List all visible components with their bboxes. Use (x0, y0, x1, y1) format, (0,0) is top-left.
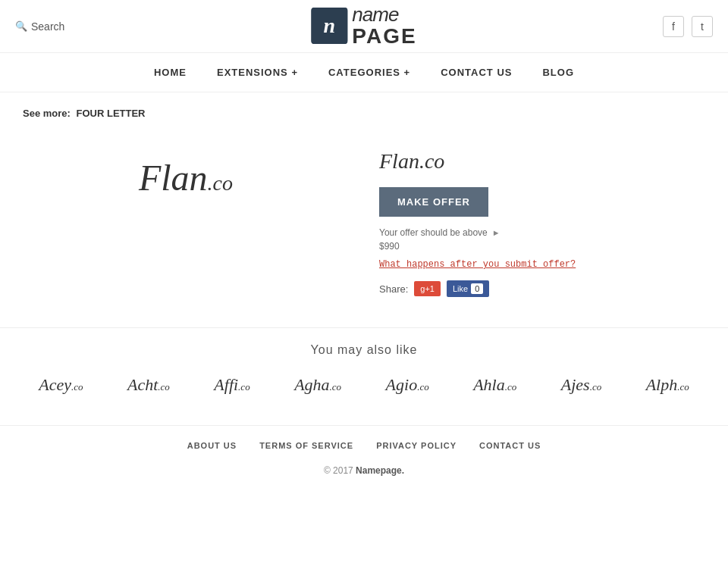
domain-item-tld: .co (330, 381, 342, 393)
logo-page: PAGE (352, 25, 416, 48)
domain-item-name: Alph (646, 375, 678, 394)
domain-list-item[interactable]: Ajes.co (561, 375, 601, 395)
also-like-section: You may also like Acey.coAcht.coAffi.coA… (0, 327, 728, 425)
share-label: Share: (379, 283, 408, 295)
domain-list-item[interactable]: Ahla.co (473, 375, 516, 395)
fb-like-label: Like (453, 284, 468, 293)
domain-info: Flan.co Make Offer Your offer should be … (379, 142, 705, 297)
offer-info-text: Your offer should be above (379, 227, 488, 238)
search-label[interactable]: Search (31, 20, 64, 33)
domain-item-tld: .co (238, 381, 250, 393)
offer-arrow-icon: ► (492, 228, 500, 237)
breadcrumb: See more: FOUR LETTER (0, 92, 728, 134)
domain-list: Acey.coAcht.coAffi.coAgha.coAgio.coAhla.… (23, 375, 705, 395)
main-content: Flan.co Flan.co Make Offer Your offer sh… (0, 134, 728, 327)
nav-item-contact[interactable]: CONTACT US (441, 67, 512, 78)
header: 🔍 Search n name PAGE f t (0, 0, 728, 53)
offer-info: Your offer should be above ► (379, 227, 705, 238)
domain-item-name: Ajes (561, 375, 590, 394)
domain-item-tld: .co (505, 381, 517, 393)
footer-nav-contact[interactable]: CONTACT US (479, 441, 541, 450)
domain-list-item[interactable]: Acey.co (39, 375, 83, 395)
fb-count: 0 (471, 283, 483, 294)
domain-logo-display: Flan.co (139, 157, 233, 199)
logo-name: name (352, 4, 416, 26)
domain-item-tld: .co (71, 381, 83, 393)
footer-copy: © 2017 Namepage. (23, 465, 705, 476)
footer-nav: ABOUT USTERMS OF SERVICEPRIVACY POLICYCO… (23, 441, 705, 450)
breadcrumb-link[interactable]: FOUR LETTER (77, 108, 146, 119)
facebook-icon[interactable]: f (663, 16, 684, 37)
nav-item-categories[interactable]: CATEGORIES + (328, 67, 410, 78)
offer-price: $990 (379, 241, 705, 252)
domain-list-item[interactable]: Alph.co (646, 375, 689, 395)
svg-text:n: n (324, 14, 336, 37)
share-row: Share: g+1 Like 0 (379, 280, 705, 297)
nav-item-extensions[interactable]: EXTENSIONS + (217, 67, 298, 78)
domain-list-item[interactable]: Affi.co (214, 375, 249, 395)
social-links: f t (663, 16, 713, 37)
domain-list-item[interactable]: Acht.co (127, 375, 170, 395)
breadcrumb-prefix: See more: (23, 108, 71, 119)
fb-like-button[interactable]: Like 0 (447, 280, 489, 297)
footer: ABOUT USTERMS OF SERVICEPRIVACY POLICYCO… (0, 425, 728, 491)
domain-logo-tld: .co (208, 171, 233, 195)
domain-item-name: Acey (39, 375, 71, 394)
domain-item-name: Agio (386, 375, 418, 394)
footer-nav-about[interactable]: ABOUT US (187, 441, 237, 450)
logo[interactable]: n name PAGE (311, 4, 416, 48)
domain-item-tld: .co (158, 381, 170, 393)
nav-item-home[interactable]: HOME (154, 67, 187, 78)
make-offer-button[interactable]: Make Offer (379, 187, 488, 217)
domain-item-tld: .co (417, 381, 429, 393)
footer-brand-link[interactable]: Namepage. (356, 465, 404, 476)
main-nav: HOME EXTENSIONS + CATEGORIES + CONTACT U… (0, 53, 728, 92)
logo-icon: n (311, 8, 347, 44)
domain-item-name: Acht (127, 375, 158, 394)
nav-item-blog[interactable]: BLOG (542, 67, 574, 78)
domain-logo-name: Flan (139, 158, 208, 198)
footer-copy-prefix: © 2017 (324, 465, 353, 476)
domain-item-tld: .co (590, 381, 602, 393)
domain-item-name: Affi (214, 375, 238, 394)
also-like-title: You may also like (23, 343, 705, 357)
twitter-icon[interactable]: t (692, 16, 713, 37)
domain-item-tld: .co (677, 381, 689, 393)
search-area[interactable]: 🔍 Search (15, 20, 64, 33)
domain-title: Flan.co (379, 149, 705, 174)
gplus-button[interactable]: g+1 (414, 281, 441, 296)
what-happens-link[interactable]: What happens after you submit offer? (379, 259, 705, 270)
domain-item-name: Ahla (473, 375, 505, 394)
domain-list-item[interactable]: Agio.co (386, 375, 429, 395)
footer-nav-privacy[interactable]: PRIVACY POLICY (376, 441, 457, 450)
domain-list-item[interactable]: Agha.co (294, 375, 341, 395)
logo-text: name PAGE (352, 4, 416, 48)
search-icon: 🔍 (15, 20, 27, 32)
footer-nav-terms[interactable]: TERMS OF SERVICE (259, 441, 353, 450)
domain-logo-area: Flan.co (23, 142, 349, 297)
domain-item-name: Agha (294, 375, 329, 394)
